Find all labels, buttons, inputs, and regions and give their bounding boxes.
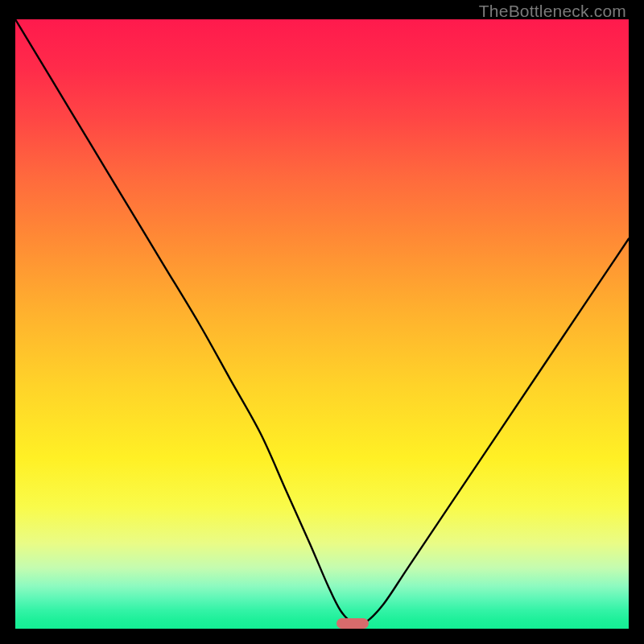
watermark-text: TheBottleneck.com [479,2,626,21]
optimal-range-marker [336,618,369,629]
chart-plot-area [15,19,629,629]
chart-stage: TheBottleneck.com [0,0,644,644]
bottleneck-curve [15,19,629,629]
